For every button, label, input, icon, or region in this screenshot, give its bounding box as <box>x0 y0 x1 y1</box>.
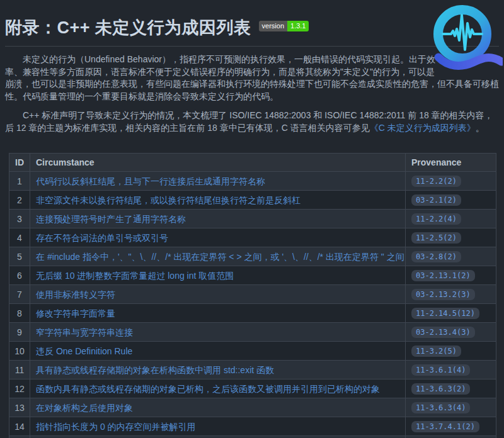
row-circumstance: 函数内具有静态或线程存储期的对象已析构，之后该函数又被调用并引用到已析构的对象 <box>30 379 406 398</box>
table-row: 3 连接预处理符号时产生了通用字符名称 11-2.2(4) <box>9 210 496 228</box>
row-circumstance: 在 #include 指令中，'、"、\、//、/* 出现在定界符 < > 之间… <box>30 247 406 266</box>
intro-paragraph-2: C++ 标准声明了导致未定义行为的情况，本文梳理了 ISO/IEC 14882:… <box>5 110 499 134</box>
table-row: 13 在对象析构之后使用对象 11-3.6.3(4) <box>9 398 496 417</box>
row-id: 10 <box>9 342 30 361</box>
row-id: 7 <box>9 285 30 304</box>
circumstance-link[interactable]: 具有静态或线程存储期的对象在析构函数中调用 std::exit 函数 <box>36 365 274 375</box>
header-provenance: Provenance <box>406 154 496 172</box>
provenance-code-link[interactable]: 11-2.5(2) <box>411 232 461 244</box>
row-provenance: 03-2.13.2(3) <box>406 285 496 304</box>
table-row: 7 使用非标准转义字符 03-2.13.2(3) <box>9 285 496 304</box>
page-title: 附录：C++ 未定义行为成因列表version1.3.1 <box>5 0 499 47</box>
table-row: 6 无后缀 10 进制整数字面常量超过 long int 取值范围 03-2.1… <box>9 266 496 285</box>
pulse-q-logo-icon <box>426 3 503 74</box>
table-row: 8 修改字符串字面常量 11-2.14.5(12) <box>9 304 496 323</box>
row-id: 5 <box>9 247 30 266</box>
provenance-code-link[interactable]: 03-2.8(2) <box>411 251 461 262</box>
table-row: 14 指针指向长度为 0 的内存空间并被解引用 11-3.7.4.1(2) <box>9 417 496 436</box>
row-provenance: 11-3.6.3(4) <box>406 398 496 417</box>
provenance-code-link[interactable]: 11-3.2(5) <box>411 345 461 357</box>
table-row: 9 窄字符串与宽字符串连接 03-2.13.4(3) <box>9 323 496 342</box>
table-row: 10 违反 One Definition Rule 11-3.2(5) <box>9 342 496 361</box>
provenance-code-link[interactable]: 03-2.13.2(3) <box>411 289 475 300</box>
row-circumstance: 存在不符合词法的单引号或双引号 <box>30 228 406 247</box>
table-row: 15 内存回收函数抛出异常 11-3.7.4.2(3) <box>9 436 496 438</box>
row-circumstance: 代码行以反斜杠结尾，且与下一行连接后生成通用字符名称 <box>30 172 406 191</box>
header-id: ID <box>9 154 30 172</box>
row-circumstance: 非空源文件未以换行符结尾，或以换行符结尾但换行符之前是反斜杠 <box>30 191 406 210</box>
row-id: 6 <box>9 266 30 285</box>
row-provenance: 03-2.13.4(3) <box>406 323 496 342</box>
circumstance-link[interactable]: 窄字符串与宽字符串连接 <box>36 327 133 337</box>
provenance-code-link[interactable]: 11-2.2(2) <box>411 176 461 187</box>
circumstance-link[interactable]: 代码行以反斜杠结尾，且与下一行连接后生成通用字符名称 <box>36 176 265 186</box>
provenance-code-link[interactable]: 11-2.14.5(12) <box>411 308 479 319</box>
row-id: 9 <box>9 323 30 342</box>
circumstance-link[interactable]: 函数内具有静态或线程存储期的对象已析构，之后该函数又被调用并引用到已析构的对象 <box>36 384 380 394</box>
c-ub-list-link[interactable]: 《C 未定义行为成因列表》 <box>370 123 476 133</box>
circumstance-link[interactable]: 存在不符合词法的单引号或双引号 <box>36 233 168 243</box>
page-title-text: 附录：C++ 未定义行为成因列表 <box>5 18 251 37</box>
row-provenance: 03-2.1(2) <box>406 191 496 210</box>
header-circumstance: Circumstance <box>30 154 406 172</box>
row-id: 14 <box>9 417 30 436</box>
circumstance-link[interactable]: 指针指向长度为 0 的内存空间并被解引用 <box>36 422 196 432</box>
provenance-code-link[interactable]: 03-2.1(2) <box>411 194 461 206</box>
table-row: 5 在 #include 指令中，'、"、\、//、/* 出现在定界符 < > … <box>9 247 496 266</box>
table-row: 4 存在不符合词法的单引号或双引号 11-2.5(2) <box>9 228 496 247</box>
version-badge-value: 1.3.1 <box>287 21 309 31</box>
row-provenance: 11-3.6.3(2) <box>406 379 496 398</box>
row-circumstance: 指针指向长度为 0 的内存空间并被解引用 <box>30 417 406 436</box>
provenance-code-link[interactable]: 11-3.6.1(4) <box>411 364 470 376</box>
row-circumstance: 违反 One Definition Rule <box>30 342 406 361</box>
provenance-code-link[interactable]: 11-3.6.3(4) <box>411 402 470 413</box>
table-body: 1 代码行以反斜杠结尾，且与下一行连接后生成通用字符名称 11-2.2(2) 2… <box>9 172 496 438</box>
provenance-code-link[interactable]: 03-2.13.1(2) <box>411 270 475 281</box>
circumstance-link[interactable]: 非空源文件未以换行符结尾，或以换行符结尾但换行符之前是反斜杠 <box>36 195 301 205</box>
provenance-code-link[interactable]: 11-2.2(4) <box>411 213 461 225</box>
intro-paragraph-1-text: 未定义的行为（Undefined Behavior），指程序不可预测的执行效果，… <box>5 54 499 101</box>
circumstance-link[interactable]: 在 #include 指令中，'、"、\、//、/* 出现在定界符 < > 之间… <box>36 252 404 262</box>
version-badge: version1.3.1 <box>259 21 309 31</box>
row-provenance: 11-2.2(2) <box>406 172 496 191</box>
row-circumstance: 使用非标准转义字符 <box>30 285 406 304</box>
table-row: 1 代码行以反斜杠结尾，且与下一行连接后生成通用字符名称 11-2.2(2) <box>9 172 496 191</box>
row-id: 2 <box>9 191 30 210</box>
row-provenance: 03-2.8(2) <box>406 247 496 266</box>
circumstance-link[interactable]: 无后缀 10 进制整数字面常量超过 long int 取值范围 <box>36 271 234 281</box>
row-id: 3 <box>9 210 30 228</box>
provenance-code-link[interactable]: 11-3.7.4.1(2) <box>411 421 479 432</box>
table-row: 12 函数内具有静态或线程存储期的对象已析构，之后该函数又被调用并引用到已析构的… <box>9 379 496 398</box>
provenance-code-link[interactable]: 03-2.13.4(3) <box>411 327 475 338</box>
row-circumstance: 修改字符串字面常量 <box>30 304 406 323</box>
table-header: ID Circumstance Provenance <box>9 154 496 172</box>
row-id: 12 <box>9 379 30 398</box>
ub-cause-table: ID Circumstance Provenance 1 代码行以反斜杠结尾，且… <box>9 153 496 438</box>
row-circumstance: 连接预处理符号时产生了通用字符名称 <box>30 210 406 228</box>
row-provenance: 11-2.5(2) <box>406 228 496 247</box>
circumstance-link[interactable]: 使用非标准转义字符 <box>36 289 115 300</box>
row-id: 1 <box>9 172 30 191</box>
row-circumstance: 内存回收函数抛出异常 <box>30 436 406 438</box>
row-provenance: 11-3.7.4.2(3) <box>406 436 496 438</box>
circumstance-link[interactable]: 在对象析构之后使用对象 <box>36 403 133 413</box>
row-circumstance: 无后缀 10 进制整数字面常量超过 long int 取值范围 <box>30 266 406 285</box>
row-provenance: 11-3.2(5) <box>406 342 496 361</box>
row-id: 8 <box>9 304 30 323</box>
row-circumstance: 在对象析构之后使用对象 <box>30 398 406 417</box>
row-circumstance: 窄字符串与宽字符串连接 <box>30 323 406 342</box>
table-row: 11 具有静态或线程存储期的对象在析构函数中调用 std::exit 函数 11… <box>9 361 496 379</box>
row-id: 11 <box>9 361 30 379</box>
row-id: 15 <box>9 436 30 438</box>
intro-paragraph-2-tail: 。 <box>476 123 484 133</box>
row-id: 13 <box>9 398 30 417</box>
row-provenance: 03-2.13.1(2) <box>406 266 496 285</box>
circumstance-link[interactable]: 违反 One Definition Rule <box>36 346 132 356</box>
provenance-code-link[interactable]: 11-3.6.3(2) <box>411 383 470 395</box>
row-provenance: 11-2.14.5(12) <box>406 304 496 323</box>
circumstance-link[interactable]: 修改字符串字面常量 <box>36 308 115 318</box>
circumstance-link[interactable]: 连接预处理符号时产生了通用字符名称 <box>36 214 186 224</box>
row-provenance: 11-3.7.4.1(2) <box>406 417 496 436</box>
version-badge-label: version <box>259 21 287 31</box>
intro-paragraph-1: 未定义的行为（Undefined Behavior），指程序不可预测的执行效果，… <box>5 53 499 103</box>
